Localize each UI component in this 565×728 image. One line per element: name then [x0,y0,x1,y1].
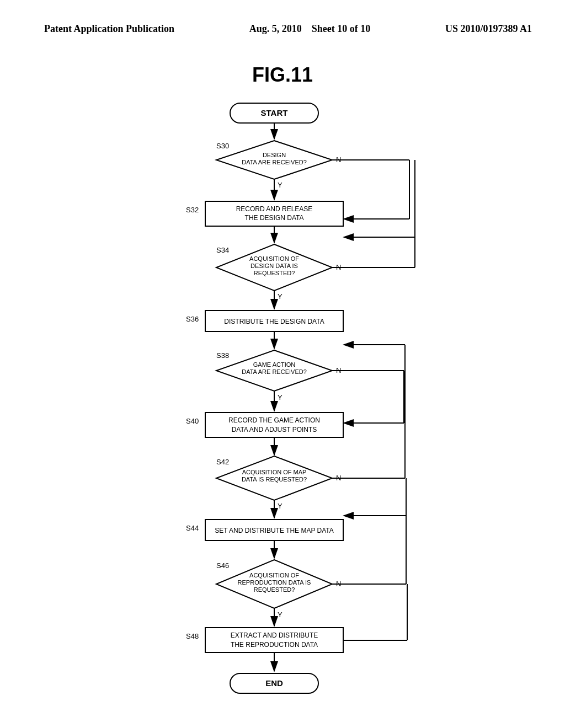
s44-text: SET AND DISTRIBUTE THE MAP DATA [215,527,334,534]
s48-text-line1: EXTRACT AND DISTRIBUTE [231,631,318,639]
s30-label: S30 [216,142,229,150]
s42-text-line1: ACQUISITION OF MAP [242,469,307,475]
s40-text-line2: DATA AND ADJUST POINTS [232,426,317,433]
s46-text-line2: REPRODUCTION DATA IS [238,579,311,586]
s34-y-label: Y [278,292,282,301]
s48-label: S48 [186,632,199,640]
s42-y-label: Y [278,502,282,510]
header-sheet: Sheet 10 of 10 [312,23,371,34]
s36-text: DISTRIBUTE THE DESIGN DATA [224,318,324,325]
s30-y-label: Y [278,181,282,189]
header-date: Aug. 5, 2010 [249,23,302,34]
s32-text-line1: RECORD AND RELEASE [236,205,313,213]
s34-label: S34 [216,246,229,254]
s38-label: S38 [216,351,229,360]
start-label: START [261,108,288,117]
fig-title: FIG.11 [0,63,565,87]
s46-y-label: Y [278,611,282,619]
s38-y-label: Y [278,393,282,402]
page-header: Patent Application Publication Aug. 5, 2… [0,0,565,47]
s40-label: S40 [186,417,199,425]
s46-text-line1: ACQUISITION OF [249,572,299,579]
s42-label: S42 [216,458,229,466]
header-patent-number: US 2010/0197389 A1 [445,22,532,36]
s38-text-line2: DATA ARE RECEIVED? [242,368,307,375]
end-label: END [265,678,283,688]
s40-text-line1: RECORD THE GAME ACTION [228,416,320,424]
s42-text-line2: DATA IS REQUESTED? [242,476,307,483]
s34-text-line1: ACQUISITION OF [249,255,299,262]
s46-text-line3: REQUESTED? [254,586,295,593]
s48-text-line2: THE REPRODUCTION DATA [231,641,318,649]
s38-text-line1: GAME ACTION [253,361,295,368]
s32-label: S32 [186,206,199,214]
header-publication-title: Patent Application Publication [44,22,174,36]
s32-text-line2: THE DESIGN DATA [245,214,304,222]
s34-text-line2: DESIGN DATA IS [250,263,298,269]
s30-text-line2: DATA ARE RECEIVED? [242,159,307,165]
s36-label: S36 [186,315,199,323]
s30-text-line1: DESIGN [263,152,286,158]
s46-label: S46 [216,561,229,570]
s44-label: S44 [186,524,199,532]
s34-text-line3: REQUESTED? [254,270,295,276]
header-date-sheet: Aug. 5, 2010 Sheet 10 of 10 [249,22,371,36]
flowchart-svg: START S30 DESIGN DATA ARE RECEIVED? N Y … [89,98,476,704]
